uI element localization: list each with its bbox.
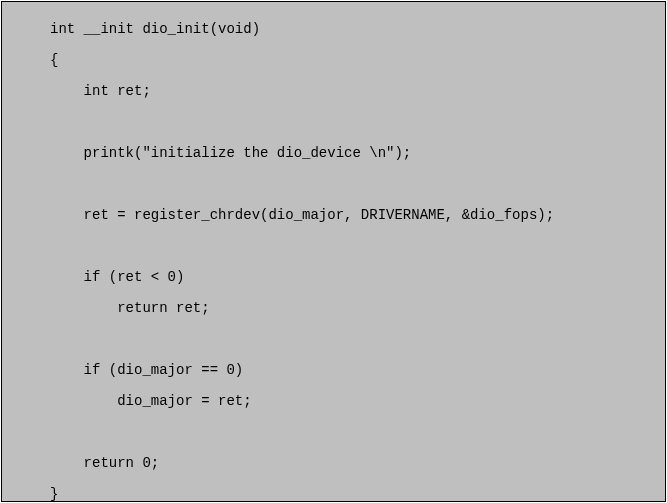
code-line: int ret; (50, 76, 657, 107)
code-line: if (ret < 0) (50, 262, 657, 293)
code-line (50, 417, 657, 448)
code-line (50, 231, 657, 262)
code-line: return 0; (50, 448, 657, 479)
code-listing-box: int __init dio_init(void) { int ret; pri… (1, 1, 666, 502)
code-line (50, 169, 657, 200)
code-line: printk("initialize the dio_device \n"); (50, 138, 657, 169)
code-line: } (50, 479, 657, 503)
code-line: ret = register_chrdev(dio_major, DRIVERN… (50, 200, 657, 231)
code-line: int __init dio_init(void) (50, 14, 657, 45)
code-line (50, 107, 657, 138)
code-line: dio_major = ret; (50, 386, 657, 417)
code-line: { (50, 45, 657, 76)
code-line (50, 324, 657, 355)
code-line: return ret; (50, 293, 657, 324)
code-line: if (dio_major == 0) (50, 355, 657, 386)
